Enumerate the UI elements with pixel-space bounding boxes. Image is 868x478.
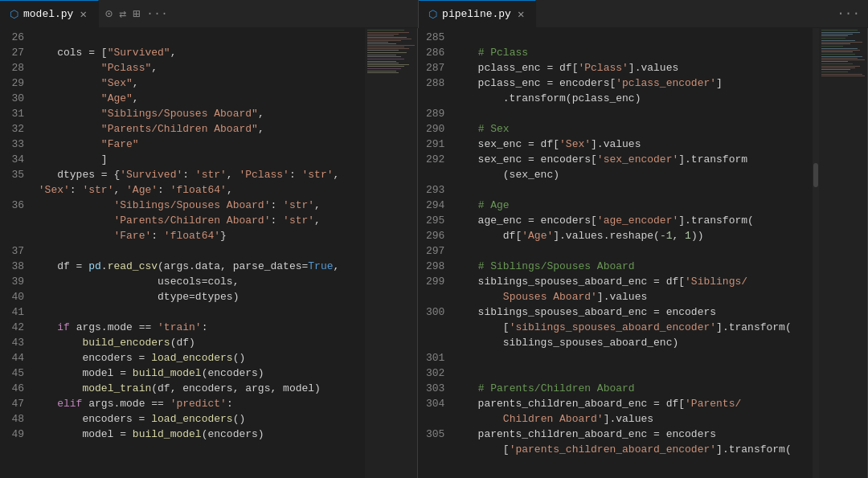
r-line-287: pclass_enc = df['Pclass'].values	[452, 60, 806, 76]
code-line-32: "Parents/Children Aboard",	[32, 121, 358, 137]
r-line-302	[452, 366, 806, 381]
code-line-46: model_train(df, encoders, args, model)	[32, 381, 358, 396]
code-line-26	[32, 30, 358, 45]
right-minimap	[819, 28, 867, 478]
tab-label-pipeline: pipeline.py	[442, 8, 511, 20]
code-line-48: encoders = load_encoders()	[32, 411, 358, 427]
tab-model-py[interactable]: ⬡ model.py ✕	[0, 0, 99, 28]
r-line-296: df['Age'].values.reshape(-1, 1))	[452, 228, 806, 243]
code-line-45: model = build_model(encoders)	[32, 366, 358, 381]
r-line-298: # Siblings/Spouses Aboard	[452, 259, 806, 274]
code-line-39: usecols=cols,	[32, 274, 358, 289]
code-line-28: "Pclass",	[32, 60, 358, 76]
code-line-36c: 'Fare': 'float64'}	[32, 228, 358, 243]
r-line-305b: ['parents_children_aboard_encoder'].tran…	[452, 442, 806, 457]
r-line-290: # Sex	[452, 121, 806, 137]
r-line-291: sex_enc = df['Sex'].values	[452, 137, 806, 152]
left-line-numbers: 26 27 28 29 30 31 32 33 34 35 36 37 38	[0, 28, 32, 478]
r-line-304: parents_children_aboard_enc = df['Parent…	[452, 396, 806, 411]
r-line-292b: (sex_enc)	[452, 167, 806, 182]
right-code-area: 285 286 287 288 289 290 291 292 293 294 …	[418, 28, 867, 478]
r-line-292: sex_enc = encoders['sex_encoder'].transf…	[452, 152, 806, 167]
r-line-305: parents_children_aboard_enc = encoders	[452, 427, 806, 442]
code-line-35: dtypes = {'Survived': 'str', 'Pclass': '…	[32, 167, 358, 182]
code-line-27: cols = ["Survived",	[32, 45, 358, 60]
tab-label-model: model.py	[23, 8, 73, 20]
code-line-47: elif args.mode == 'predict':	[32, 396, 358, 411]
r-line-293	[452, 182, 806, 198]
code-line-36b: 'Parents/Children Aboard': 'str',	[32, 213, 358, 228]
tab-actions-left: ⊙ ⇄ ⊞ ···	[99, 6, 174, 22]
right-editor-panel: 285 286 287 288 289 290 291 292 293 294 …	[418, 28, 868, 478]
r-line-300b: ['siblings_spouses_aboard_encoder'].tran…	[452, 320, 806, 335]
r-line-300c: siblings_spouses_aboard_enc)	[452, 335, 806, 350]
r-line-286: # Pclass	[452, 45, 806, 60]
code-line-34: ]	[32, 152, 358, 167]
editor-area: 26 27 28 29 30 31 32 33 34 35 36 37 38	[0, 28, 868, 478]
r-line-304b: Children Aboard'].values	[452, 411, 806, 427]
code-line-37	[32, 243, 358, 259]
code-line-33: "Fare"	[32, 137, 358, 152]
tab-pipeline-py[interactable]: ⬡ pipeline.py ✕	[419, 0, 536, 28]
left-tab-group: ⬡ model.py ✕ ⊙ ⇄ ⊞ ···	[0, 0, 418, 28]
r-line-289	[452, 106, 806, 121]
app-container: ⬡ model.py ✕ ⊙ ⇄ ⊞ ··· ⬡ pipeline.py ✕ ·…	[0, 0, 868, 478]
layout-icon[interactable]: ⊞	[133, 6, 140, 22]
code-line-41	[32, 304, 358, 320]
right-line-numbers: 285 286 287 288 289 290 291 292 293 294 …	[418, 28, 452, 478]
more-icon[interactable]: ···	[146, 7, 168, 21]
more-right-icon[interactable]: ···	[837, 6, 860, 21]
r-line-299: siblings_spouses_aboard_enc = df['Siblin…	[452, 274, 806, 289]
python-icon-right: ⬡	[428, 8, 437, 21]
left-code-content[interactable]: cols = ["Survived", "Pclass", "Sex", "Ag…	[32, 28, 365, 478]
r-line-295: age_enc = encoders['age_encoder'].transf…	[452, 213, 806, 228]
r-line-299b: Spouses Aboard'].values	[452, 289, 806, 304]
code-line-31: "Siblings/Spouses Aboard",	[32, 106, 358, 121]
code-line-43: build_encoders(df)	[32, 335, 358, 350]
tab-bar: ⬡ model.py ✕ ⊙ ⇄ ⊞ ··· ⬡ pipeline.py ✕ ·…	[0, 0, 868, 28]
tab-close-model[interactable]: ✕	[78, 7, 88, 22]
r-line-294: # Age	[452, 198, 806, 213]
left-code-area: 26 27 28 29 30 31 32 33 34 35 36 37 38	[0, 28, 417, 478]
split-icon[interactable]: ⇄	[119, 6, 126, 22]
code-line-38: df = pd.read_csv(args.data, parse_dates=…	[32, 259, 358, 274]
code-line-29: "Sex",	[32, 76, 358, 91]
right-scrollbar[interactable]	[813, 28, 819, 478]
code-line-49: model = build_model(encoders)	[32, 427, 358, 442]
r-line-288b: .transform(pclass_enc)	[452, 91, 806, 106]
right-code-content[interactable]: # Pclass pclass_enc = df['Pclass'].value…	[452, 28, 813, 478]
r-line-303: # Parents/Children Aboard	[452, 381, 806, 396]
r-line-297	[452, 243, 806, 259]
r-line-285	[452, 30, 806, 45]
left-minimap	[365, 28, 417, 478]
tab-bar-right-actions: ···	[837, 6, 868, 21]
code-line-44: encoders = load_encoders()	[32, 350, 358, 366]
code-line-42: if args.mode == 'train':	[32, 320, 358, 335]
flame-icon[interactable]: ⊙	[105, 6, 113, 22]
tab-close-pipeline[interactable]: ✕	[516, 7, 526, 22]
left-editor-panel: 26 27 28 29 30 31 32 33 34 35 36 37 38	[0, 28, 418, 478]
code-line-30: "Age",	[32, 91, 358, 106]
python-icon-left: ⬡	[10, 8, 18, 21]
r-line-301	[452, 350, 806, 366]
scrollbar-thumb[interactable]	[813, 163, 818, 187]
right-tab-group: ⬡ pipeline.py ✕	[419, 0, 837, 28]
code-line-40: dtype=dtypes)	[32, 289, 358, 304]
r-line-300: siblings_spouses_aboard_enc = encoders	[452, 304, 806, 320]
code-line-36a: 'Siblings/Spouses Aboard': 'str',	[32, 198, 358, 213]
code-line-35b: 'Sex': 'str', 'Age': 'float64',	[32, 182, 358, 198]
r-line-288: pclass_enc = encoders['pclass_encoder']	[452, 76, 806, 91]
